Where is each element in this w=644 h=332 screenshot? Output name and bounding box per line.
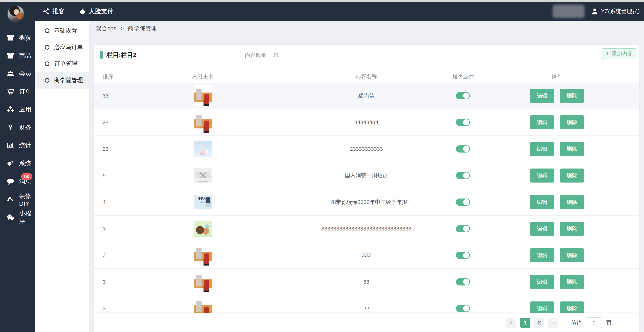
visibility-toggle[interactable] (456, 278, 470, 286)
cubes-icon (6, 106, 14, 114)
visibility-toggle[interactable] (456, 145, 470, 153)
breadcrumb-root[interactable]: 聚合cps (96, 25, 116, 32)
edit-button[interactable]: 编辑 (530, 195, 554, 209)
delete-button[interactable]: 删除 (560, 222, 584, 236)
sidebar-item-goods[interactable]: 商品 (0, 47, 35, 65)
submenu-item-order-management[interactable]: 订单管理 (35, 55, 89, 72)
toggle-knob (463, 306, 469, 312)
visibility-toggle[interactable] (456, 119, 470, 126)
submenu-item-bird-orders[interactable]: 必应鸟订单 (35, 39, 89, 55)
visibility-toggle[interactable] (456, 252, 470, 259)
prev-page-button[interactable] (506, 318, 516, 328)
users-icon (6, 70, 14, 78)
edit-button[interactable]: 编辑 (530, 142, 554, 156)
visibility-toggle[interactable] (456, 172, 470, 179)
sidebar-item-system[interactable]: 系统 (0, 154, 35, 172)
content-count: 内容数量： 21 (245, 51, 279, 59)
goto-label: 前往 (571, 319, 582, 327)
topbar-item-label: 人脸支付 (89, 7, 113, 15)
sidebar-item-stats[interactable]: 统计 (0, 137, 35, 154)
toggle-knob (463, 93, 469, 99)
goto-page-input[interactable] (586, 317, 602, 328)
delete-button[interactable]: 删除 (560, 195, 584, 209)
topbar: 推客 人脸支付 YZ(系统管理员) (0, 2, 644, 21)
user-menu[interactable]: YZ(系统管理员) (591, 7, 640, 15)
toggle-knob (463, 226, 469, 232)
topbar-item-tuike[interactable]: 推客 (42, 7, 65, 15)
sidebar-item-apps[interactable]: 应用 (0, 101, 35, 119)
table-row: 23 23333333333 编辑删除 (94, 136, 638, 162)
content-count-label: 内容数量： (245, 52, 272, 58)
chevron-right-icon (551, 320, 556, 325)
submenu-item-business-school[interactable]: 商学院管理 (35, 72, 89, 89)
visibility-toggle[interactable] (456, 199, 470, 206)
circle-icon (45, 28, 50, 33)
title-accent-bar (100, 51, 103, 58)
edit-button[interactable]: 编辑 (530, 222, 554, 236)
edit-button[interactable]: 编辑 (530, 169, 554, 183)
breadcrumb-current: 商学院管理 (128, 25, 156, 32)
sidebar-item-label: 会员 (19, 69, 31, 78)
visibility-toggle[interactable] (456, 92, 470, 99)
sidebar-item-label: 商品 (19, 51, 31, 60)
sidebar-item-label: 财务 (19, 123, 31, 132)
edit-button[interactable]: 编辑 (530, 115, 554, 129)
page-button-1[interactable]: 1 (520, 318, 530, 328)
content-name: 23333333333 (282, 146, 451, 152)
sidebar-item-mini-program[interactable]: 小程序 (0, 208, 35, 226)
user-name: YZ(系统管理员) (601, 7, 640, 15)
avatar[interactable] (7, 5, 24, 23)
delete-button[interactable]: 删除 (560, 89, 584, 103)
toggle-knob (463, 252, 469, 258)
content-name: 333 (282, 252, 451, 258)
sidebar-item-decorate-diy[interactable]: 装修DIY (0, 190, 35, 208)
visibility-toggle[interactable] (456, 305, 470, 312)
table-row: 33 额为翁 编辑删除 (94, 83, 638, 109)
sidebar-item-overview[interactable]: 概况 (0, 29, 35, 47)
next-page-button[interactable] (548, 318, 558, 328)
panel-title: 栏目:栏目2 (100, 51, 136, 59)
add-content-button[interactable]: + 添加内容 (602, 48, 636, 59)
table-row: 4 手机专区 888元起 一图带你读懂2020年中国经济年报 编辑删除 (94, 189, 638, 216)
primary-sidebar: 概况 商品 会员 订单 应用 ¥ 财务 统计 系统 (0, 2, 35, 332)
apple-icon (79, 8, 86, 15)
submenu-item-label: 商学院管理 (54, 76, 83, 84)
delete-button[interactable]: 删除 (560, 115, 584, 129)
hammer-icon (6, 195, 14, 203)
edit-button[interactable]: 编辑 (530, 275, 554, 289)
sort-value: 24 (94, 119, 124, 125)
sidebar-item-label: 小程序 (19, 209, 35, 226)
thumbnail-subcaption: 888元起 (196, 201, 212, 203)
topbar-right: YZ(系统管理员) (552, 5, 644, 18)
delete-button[interactable]: 删除 (560, 248, 584, 262)
breadcrumb: 聚合cps > 商学院管理 (96, 25, 156, 32)
content-thumbnail (194, 271, 212, 293)
delete-button[interactable]: 删除 (560, 169, 584, 183)
sidebar-item-orders[interactable]: 订单 (0, 83, 35, 101)
delete-button[interactable]: 删除 (560, 275, 584, 289)
bar-chart-icon (6, 142, 14, 149)
redacted-text-block (552, 5, 584, 18)
edit-button[interactable]: 编辑 (530, 248, 554, 262)
delete-button[interactable]: 删除 (560, 142, 584, 156)
share-icon (42, 8, 50, 15)
table-row: 3 33 编辑删除 (94, 269, 638, 295)
chevron-left-icon (509, 320, 514, 325)
sort-value: 5 (94, 172, 124, 179)
submenu-item-basic-settings[interactable]: 基础设置 (35, 22, 89, 39)
sidebar-item-label: 系统 (19, 159, 31, 168)
sidebar-item-members[interactable]: 会员 (0, 65, 35, 83)
edit-button[interactable]: 编辑 (530, 89, 554, 103)
header-image: 内容主图 (124, 73, 282, 80)
topbar-item-face-pay[interactable]: 人脸支付 (79, 7, 113, 15)
sidebar-item-finance[interactable]: ¥ 财务 (0, 119, 35, 137)
visibility-toggle[interactable] (456, 225, 470, 232)
page-button-2[interactable]: 2 (534, 318, 544, 328)
sidebar-item-label: 概况 (19, 33, 31, 42)
toggle-knob (463, 199, 469, 205)
sort-value: 3 (94, 306, 124, 312)
plus-icon: + (606, 51, 609, 57)
sidebar-item-messages[interactable]: 消息 60 (0, 172, 35, 190)
comment-icon (6, 178, 14, 185)
toggle-knob (463, 279, 469, 285)
